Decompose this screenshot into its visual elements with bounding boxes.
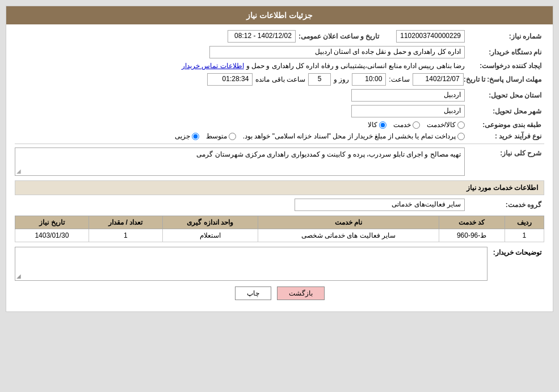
cell-name: سایر فعالیت های خدماتی شخصی xyxy=(258,229,439,242)
province-row: استان محل تحویل: اردبیل xyxy=(15,89,544,102)
process-label: نوع فرآیند خرید : xyxy=(465,132,544,140)
col-header-name: نام خدمت xyxy=(258,216,439,229)
creator-label: ایجاد کننده درخواست: xyxy=(465,62,544,70)
deadline-date: 1402/12/07 xyxy=(413,73,464,86)
col-header-code: کد خدمت xyxy=(439,216,505,229)
category-kala-radio[interactable] xyxy=(379,121,386,129)
creator-value: رضا بناهی رییس اداره منابع انسانی،پشتیبا… xyxy=(246,62,465,70)
page-header: جزئیات اطلاعات نیاز xyxy=(6,6,553,24)
services-table: ردیف کد خدمت نام خدمت واحد اندازه گیری ت… xyxy=(15,216,544,242)
description-row: شرح کلی نیاز: تهیه مصالح و اجرای تابلو س… xyxy=(15,147,544,176)
buyer-desc-resize: ◢ xyxy=(16,273,21,279)
request-number-label: شماره نیاز: xyxy=(465,32,544,40)
service-group-row: گروه خدمت: سایر فعالیت‌های خدماتی xyxy=(15,199,544,211)
category-row: طبقه بندی موضوعی: کالا/خدمت خدمت کالا xyxy=(15,121,544,129)
cell-unit: استعلام xyxy=(162,229,258,242)
city-value: اردبیل xyxy=(351,105,465,117)
services-section-title: اطلاعات خدمات مورد نیاز xyxy=(466,184,538,192)
category-kala-khidmat-radio[interactable] xyxy=(457,121,465,129)
city-row: شهر محل تحویل: اردبیل xyxy=(15,105,544,117)
col-header-date: تاریخ نیاز xyxy=(15,216,89,229)
services-section-header: اطلاعات خدمات مورد نیاز xyxy=(15,180,544,195)
cell-code: ط-96-960 xyxy=(439,229,505,242)
request-number-row: شماره نیاز: 1102003740000229 تاریخ و ساع… xyxy=(15,30,544,43)
org-name-row: نام دستگاه خریدار: اداره کل راهداری و حم… xyxy=(15,46,544,58)
resize-handle: ◢ xyxy=(16,168,21,174)
category-label: طبقه بندی موضوعی: xyxy=(465,121,544,129)
deadline-time: 10:00 xyxy=(352,73,386,86)
deadline-time-label: ساعت: xyxy=(389,75,409,83)
process-medium-radio[interactable] xyxy=(229,133,236,140)
creator-row: ایجاد کننده درخواست: رضا بناهی رییس ادار… xyxy=(15,62,544,70)
process-radio-group: پرداخت تمام یا بخشی از مبلغ خریدار از مح… xyxy=(175,132,465,140)
service-group-value: سایر فعالیت‌های خدماتی xyxy=(295,199,465,211)
announcement-value: 1402/12/02 - 08:12 xyxy=(228,30,296,43)
buyer-desc-row: توضیحات خریدار: ◢ xyxy=(15,247,544,281)
back-button[interactable]: بازگشت xyxy=(277,286,325,300)
deadline-days: 5 xyxy=(308,73,331,86)
page-title: جزئیات اطلاعات نیاز xyxy=(246,11,313,20)
process-note-radio[interactable] xyxy=(457,133,465,140)
process-note: پرداخت تمام یا بخشی از مبلغ خریدار از مح… xyxy=(243,132,465,140)
col-header-qty: تعداد / مقدار xyxy=(89,216,162,229)
province-value: اردبیل xyxy=(351,89,465,102)
deadline-day-label: روز و xyxy=(334,75,349,83)
category-khidmat: خدمت xyxy=(393,121,420,129)
buyer-desc-label: توضیحات خریدار: xyxy=(487,247,544,256)
process-partial-label: جزیی xyxy=(175,132,190,140)
print-button[interactable]: چاپ xyxy=(235,286,271,300)
buyer-desc-box: ◢ xyxy=(15,247,487,281)
process-partial: جزیی xyxy=(175,132,199,140)
process-medium-label: متوسط xyxy=(206,132,227,140)
process-note-label: پرداخت تمام یا بخشی از مبلغ خریدار از مح… xyxy=(243,132,456,140)
category-kala: کالا xyxy=(368,121,386,129)
divider-1 xyxy=(15,144,544,144)
request-number-value: 1102003740000229 xyxy=(396,30,465,43)
category-khidmat-radio[interactable] xyxy=(413,121,420,129)
deadline-remaining-label: ساعت باقی مانده xyxy=(255,75,305,83)
category-khidmat-label: خدمت xyxy=(393,121,411,129)
deadline-label: مهلت ارسال پاسخ: تا تاریخ: xyxy=(464,75,544,83)
col-header-unit: واحد اندازه گیری xyxy=(162,216,258,229)
city-label: شهر محل تحویل: xyxy=(465,107,544,115)
category-radio-group: کالا/خدمت خدمت کالا xyxy=(368,121,465,129)
table-header-row: ردیف کد خدمت نام خدمت واحد اندازه گیری ت… xyxy=(15,216,544,229)
cell-row-num: 1 xyxy=(505,229,544,242)
deadline-row: مهلت ارسال پاسخ: تا تاریخ: 1402/12/07 سا… xyxy=(15,73,544,86)
process-medium: متوسط xyxy=(206,132,236,140)
description-value: تهیه مصالح و اجرای تابلو سردرب، پرده و ک… xyxy=(196,150,461,158)
cell-date: 1403/01/30 xyxy=(15,229,89,242)
org-name-value: اداره کل راهداری و حمل و نقل جاده ای است… xyxy=(209,46,465,58)
creator-link[interactable]: اطلاعات تماس خریدار xyxy=(182,62,244,70)
service-group-label: گروه خدمت: xyxy=(465,201,544,209)
org-name-label: نام دستگاه خریدار: xyxy=(465,48,544,56)
cell-qty: 1 xyxy=(89,229,162,242)
category-kala-label: کالا xyxy=(368,121,377,129)
description-label: شرح کلی نیاز: xyxy=(465,147,544,157)
announcement-label: تاریخ و ساعت اعلان عمومی: xyxy=(299,32,379,40)
process-row: نوع فرآیند خرید : پرداخت تمام یا بخشی از… xyxy=(15,132,544,140)
province-label: استان محل تحویل: xyxy=(465,91,544,99)
deadline-remaining: 01:28:34 xyxy=(207,73,253,86)
process-partial-radio[interactable] xyxy=(192,133,199,140)
table-row: 1 ط-96-960 سایر فعالیت های خدماتی شخصی ا… xyxy=(15,229,544,242)
services-table-section: ردیف کد خدمت نام خدمت واحد اندازه گیری ت… xyxy=(15,216,544,242)
col-header-row-num: ردیف xyxy=(505,216,544,229)
category-kala-khidmat: کالا/خدمت xyxy=(427,121,465,129)
category-kala-khidmat-label: کالا/خدمت xyxy=(427,121,456,129)
buttons-row: بازگشت چاپ xyxy=(15,286,544,300)
